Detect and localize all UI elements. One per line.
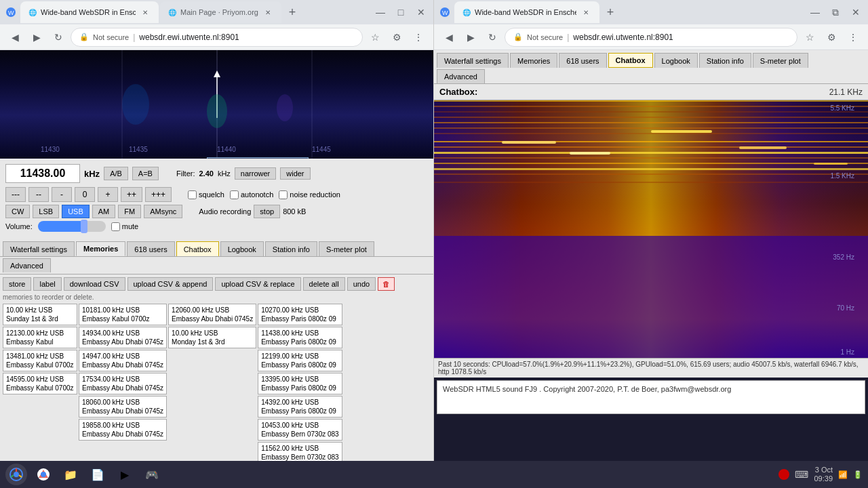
taskbar-keyboard-icon[interactable]: ⌨: [795, 469, 808, 480]
wider-button[interactable]: wider: [280, 167, 310, 180]
tab-chatbox-left[interactable]: Chatbox: [176, 241, 219, 256]
mem-item-10[interactable]: 19858.00 kHz USBEmbassy Abu Dhabi 0745z: [79, 419, 167, 441]
tab-memories-left[interactable]: Memories: [76, 241, 125, 256]
forward-button-left[interactable]: ▶: [27, 28, 46, 47]
upload-csv-replace-button[interactable]: upload CSV & replace: [215, 277, 300, 291]
taskbar-youtube-icon[interactable]: ▶: [114, 464, 136, 485]
mem-item-5[interactable]: 10181.00 kHz USBEmbassy Kabul 0700z: [79, 304, 167, 325]
tab-station-info-right[interactable]: Station info: [699, 53, 751, 68]
tab-waterfall-settings-right[interactable]: Waterfall settings: [437, 53, 509, 68]
right-url-bar[interactable]: 🔒 Not secure | websdr.ewi.utwente.nl:890…: [505, 28, 797, 47]
tab-logbook-right[interactable]: Logbook: [654, 53, 698, 68]
extension-button-left[interactable]: ⚙: [387, 28, 406, 47]
step-plus3-button[interactable]: +++: [145, 187, 172, 202]
taskbar-time-date[interactable]: 3 Oct 09:39: [814, 466, 833, 483]
mute-checkbox[interactable]: [111, 222, 120, 231]
download-csv-button[interactable]: download CSV: [64, 277, 125, 291]
tab-users-left[interactable]: 618 users: [127, 241, 174, 256]
delete-all-button[interactable]: delete all: [303, 277, 345, 291]
step-minus1-button[interactable]: -: [52, 187, 72, 202]
taskbar-chrome-icon[interactable]: [33, 464, 54, 485]
back-button-right[interactable]: ◀: [439, 28, 458, 47]
mem-item-8[interactable]: 17534.00 kHz USBEmbassy Abu Dhabi 0745z: [79, 373, 167, 394]
taskbar-files-icon[interactable]: 📁: [60, 464, 81, 485]
mem-item-7[interactable]: 14947.00 kHz USBEmbassy Abu Dhabi 0745z: [79, 350, 167, 371]
left-url-bar[interactable]: 🔒 Not secure | websdr.ewi.utwente.nl:890…: [71, 28, 363, 47]
upload-csv-append-button[interactable]: upload CSV & append: [127, 277, 214, 291]
tab-memories-right[interactable]: Memories: [510, 53, 557, 68]
undo-button[interactable]: undo: [347, 277, 376, 291]
left-tab-2-close[interactable]: ✕: [262, 7, 273, 18]
volume-thumb[interactable]: [81, 220, 87, 233]
stop-button[interactable]: stop: [254, 205, 280, 218]
taskbar-chromeos-icon[interactable]: [5, 464, 27, 485]
mem-item-4[interactable]: 14595.00 kHz USBEmbassy Kabul 0700z: [3, 373, 77, 394]
bookmark-button-left[interactable]: ☆: [366, 28, 384, 47]
taskbar-battery-icon[interactable]: 🔋: [853, 470, 863, 479]
volume-slider[interactable]: [38, 221, 106, 232]
mem-item-6[interactable]: 14934.00 kHz USBEmbassy Abu Dhabi 0745z: [79, 327, 167, 348]
cw-mode-button[interactable]: CW: [5, 205, 30, 218]
step-minus2-button[interactable]: --: [28, 187, 49, 202]
right-tab-1-close[interactable]: ✕: [580, 7, 591, 18]
close-button-left[interactable]: ✕: [412, 3, 431, 22]
aeqb-button[interactable]: A=B: [132, 167, 159, 180]
minimize-button-left[interactable]: —: [371, 3, 390, 22]
step-plus1-button[interactable]: +: [98, 187, 118, 202]
more-button-right[interactable]: ⋮: [844, 28, 863, 47]
refresh-button-left[interactable]: ↻: [49, 28, 68, 47]
left-new-tab-button[interactable]: +: [283, 3, 302, 22]
mem-item-13[interactable]: 10270.00 kHz USBEmbassy Paris 0800z 09: [258, 304, 342, 325]
extension-button-right[interactable]: ⚙: [822, 28, 841, 47]
trash-button[interactable]: 🗑: [378, 277, 395, 291]
step-minus3-button[interactable]: ---: [5, 187, 26, 202]
mem-item-2[interactable]: 12130.00 kHz USBEmbassy Kabul: [3, 327, 77, 348]
squelch-checkbox[interactable]: [188, 190, 197, 199]
mem-item-17[interactable]: 14392.00 kHz USBEmbassy Paris 0800z 09: [258, 396, 342, 418]
amsync-mode-button[interactable]: AMsync: [144, 205, 182, 218]
mem-item-18[interactable]: 10453.00 kHz USBEmbassy Bern 0730z 083: [258, 419, 342, 441]
autonotch-checkbox[interactable]: [230, 190, 239, 199]
tab-waterfall-settings-left[interactable]: Waterfall settings: [3, 241, 75, 256]
narrower-button[interactable]: narrower: [235, 167, 276, 180]
frequency-input[interactable]: 11438.00: [5, 164, 80, 183]
bookmark-button-right[interactable]: ☆: [800, 28, 819, 47]
mem-item-9[interactable]: 18060.00 kHz USBEmbassy Abu Dhabi 0745z: [79, 396, 167, 418]
taskbar-wifi-icon[interactable]: 📶: [838, 470, 848, 479]
mem-item-12[interactable]: 10.00 kHz USBMonday 1st & 3rd: [168, 327, 256, 348]
ab-button[interactable]: A/B: [104, 167, 128, 180]
left-tab-1[interactable]: 🌐 Wide-band WebSDR in Ensc... ✕: [20, 1, 159, 23]
taskbar-docs-icon[interactable]: 📄: [87, 464, 108, 485]
right-tab-1[interactable]: 🌐 Wide-band WebSDR in Ensche... ✕: [454, 1, 599, 23]
back-button-left[interactable]: ◀: [5, 28, 24, 47]
mem-item-15[interactable]: 12199.00 kHz USBEmbassy Paris 0800z 09: [258, 350, 342, 371]
taskbar-play-icon[interactable]: 🎮: [141, 464, 163, 485]
step-plus2-button[interactable]: ++: [121, 187, 142, 202]
left-tab-2[interactable]: 🌐 Main Page · Priyom.org ✕: [160, 1, 281, 23]
tab-advanced-left[interactable]: Advanced: [3, 258, 51, 272]
lsb-mode-button[interactable]: LSB: [33, 205, 59, 218]
close-button-right[interactable]: ✕: [846, 3, 865, 22]
store-button[interactable]: store: [3, 277, 31, 291]
tab-users-right[interactable]: 618 users: [559, 53, 606, 68]
maximize-button-left[interactable]: □: [391, 3, 410, 22]
tab-logbook-left[interactable]: Logbook: [220, 241, 264, 256]
am-mode-button[interactable]: AM: [92, 205, 116, 218]
usb-mode-button[interactable]: USB: [62, 205, 90, 218]
tab-smeter-right[interactable]: S-meter plot: [753, 53, 808, 68]
noise-reduction-checkbox[interactable]: [279, 190, 288, 199]
step-zero-button[interactable]: 0: [75, 187, 95, 202]
minimize-button-right[interactable]: —: [806, 3, 825, 22]
mem-item-14[interactable]: 11438.00 kHz USBEmbassy Paris 0800z 09: [258, 327, 342, 348]
tab-station-info-left[interactable]: Station info: [265, 241, 317, 256]
tab-chatbox-right[interactable]: Chatbox: [608, 53, 653, 68]
tab-smeter-left[interactable]: S-meter plot: [319, 241, 374, 256]
fm-mode-button[interactable]: FM: [118, 205, 141, 218]
mem-item-1[interactable]: 10.00 kHz USBSunday 1st & 3rd: [3, 304, 77, 325]
tab-advanced-right[interactable]: Advanced: [437, 69, 485, 83]
forward-button-right[interactable]: ▶: [461, 28, 480, 47]
label-button[interactable]: label: [33, 277, 61, 291]
mem-item-16[interactable]: 13395.00 kHz USBEmbassy Paris 0800z 09: [258, 373, 342, 394]
mem-item-11[interactable]: 12060.00 kHz USBEmbassy Abu Dhabi 0745z: [168, 304, 256, 325]
left-tab-1-close[interactable]: ✕: [140, 7, 151, 18]
